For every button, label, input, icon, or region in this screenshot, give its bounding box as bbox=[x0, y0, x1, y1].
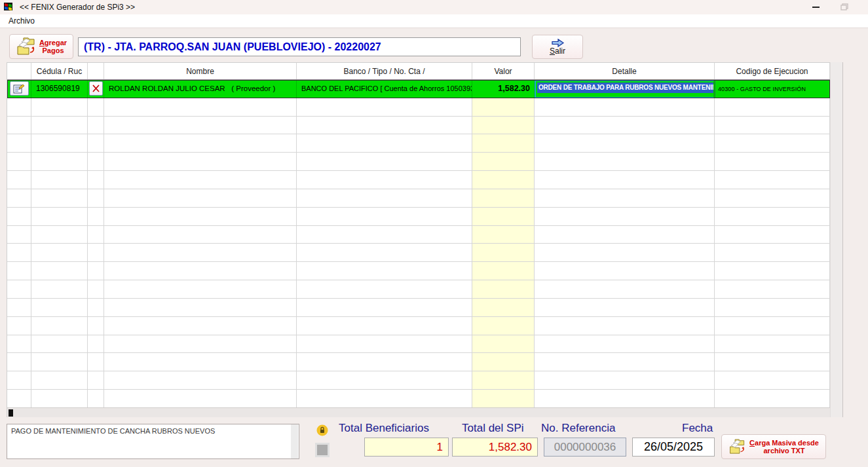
header-valor: Valor bbox=[472, 63, 535, 79]
header-icon-col bbox=[7, 63, 31, 79]
header-cedula: Cédula / Ruc bbox=[31, 63, 88, 79]
fecha-label: Fecha bbox=[682, 422, 713, 435]
carga-masiva-label: Carga Masiva desde archivo TXT bbox=[749, 439, 819, 455]
app-window: << FENIX Generador de SPi3 >> Archivo Ag… bbox=[0, 0, 868, 467]
agregar-pagos-button[interactable]: Agregar Pagos bbox=[9, 34, 73, 59]
empty-table-row bbox=[7, 226, 830, 244]
empty-table-row bbox=[7, 262, 830, 280]
vertical-scrollbar[interactable] bbox=[830, 62, 843, 417]
row-codigo: 40300 - GASTO DE INVERSIÓN bbox=[715, 86, 806, 92]
restore-icon bbox=[840, 3, 849, 11]
lock-icon bbox=[316, 424, 328, 436]
delete-row-button[interactable] bbox=[89, 81, 103, 96]
horizontal-scrollbar-thumb[interactable] bbox=[9, 409, 13, 417]
edit-form-icon bbox=[13, 83, 25, 94]
entity-input[interactable]: (TR) - JTA. PARROQ.SAN JUAN (PUEBLOVIEJO… bbox=[78, 37, 521, 56]
payment-row-selected: 1306590819 ROLDAN ROLDAN JULIO CESAR ( P… bbox=[7, 80, 830, 98]
folders-icon bbox=[728, 438, 746, 455]
empty-table-row bbox=[7, 134, 830, 153]
empty-table-row bbox=[7, 317, 830, 335]
row-detalle: ORDEN DE TRABAJO PARA RUBROS NUEVOS MANT… bbox=[537, 83, 715, 93]
empty-table-row bbox=[7, 371, 830, 390]
referencia-label: No. Referencia bbox=[541, 422, 615, 435]
empty-table-row bbox=[7, 208, 830, 226]
header-codigo: Codigo de Ejecucion bbox=[715, 63, 830, 79]
carga-masiva-button[interactable]: Carga Masiva desde archivo TXT bbox=[721, 434, 826, 459]
empty-table-row bbox=[7, 353, 830, 371]
row-banco: BANCO DEL PACIFICO [ Cuenta de Ahorros 1… bbox=[297, 84, 472, 92]
footer-panel: PAGO DE MANTENIMIENTO DE CANCHA RUBROS N… bbox=[0, 417, 868, 467]
referencia-field: 0000000036 bbox=[544, 438, 626, 457]
empty-table-row bbox=[7, 189, 830, 208]
total-beneficiarios-field[interactable]: 1 bbox=[364, 438, 449, 457]
empty-table-row bbox=[7, 335, 830, 354]
table-body: 1306590819 ROLDAN ROLDAN JULIO CESAR ( P… bbox=[7, 80, 830, 408]
descripcion-scrollbar[interactable] bbox=[291, 424, 298, 458]
total-spi-field[interactable]: 1,582.30 bbox=[452, 438, 538, 457]
empty-table-row bbox=[7, 390, 830, 408]
salir-label: Salir bbox=[550, 47, 565, 56]
edit-row-button[interactable] bbox=[10, 81, 29, 96]
restore-button[interactable] bbox=[830, 0, 859, 14]
header-banco: Banco / Tipo / No. Cta / bbox=[297, 63, 472, 79]
menu-item-archivo[interactable]: Archivo bbox=[6, 15, 37, 27]
empty-table-row bbox=[7, 299, 830, 317]
row-valor: 1,582.30 bbox=[472, 84, 534, 93]
row-detalle-cell[interactable]: ORDEN DE TRABAJO PARA RUBROS NUEVOS MANT… bbox=[535, 80, 715, 98]
horizontal-scrollbar[interactable] bbox=[7, 407, 830, 417]
table-header: Cédula / Ruc Nombre Banco / Tipo / No. C… bbox=[7, 63, 830, 80]
salir-button[interactable]: Salir bbox=[532, 35, 583, 59]
menu-bar: Archivo bbox=[0, 14, 868, 28]
window-title: << FENIX Generador de SPi3 >> bbox=[20, 3, 135, 12]
empty-table-row bbox=[7, 280, 830, 299]
minimize-button[interactable] bbox=[801, 0, 830, 14]
title-bar: << FENIX Generador de SPi3 >> bbox=[0, 0, 868, 14]
empty-table-row bbox=[7, 117, 830, 135]
header-delete-col bbox=[88, 63, 104, 79]
empty-table-row bbox=[7, 244, 830, 262]
row-cedula: 1306590819 bbox=[31, 84, 80, 93]
lock-toggle[interactable] bbox=[316, 424, 328, 436]
empty-table-row bbox=[7, 153, 830, 171]
header-nombre: Nombre bbox=[104, 63, 297, 79]
gray-square-button[interactable] bbox=[315, 443, 330, 457]
empty-table-row bbox=[7, 98, 830, 117]
agregar-pagos-label: Agregar Pagos bbox=[39, 39, 67, 54]
app-icon bbox=[4, 3, 14, 12]
descripcion-textarea[interactable]: PAGO DE MANTENIMIENTO DE CANCHA RUBROS N… bbox=[7, 424, 299, 459]
row-nombre: ROLDAN ROLDAN JULIO CESAR ( Proveedor ) bbox=[104, 84, 275, 92]
total-spi-label: Total del SPi bbox=[462, 422, 524, 435]
payments-table: Cédula / Ruc Nombre Banco / Tipo / No. C… bbox=[7, 62, 830, 417]
header-detalle: Detalle bbox=[535, 63, 715, 79]
empty-table-row bbox=[7, 171, 830, 189]
delete-x-icon bbox=[92, 84, 100, 92]
toolbar: Agregar Pagos (TR) - JTA. PARROQ.SAN JUA… bbox=[0, 28, 868, 62]
folders-icon bbox=[16, 37, 37, 56]
fecha-field[interactable]: 26/05/2025 bbox=[632, 438, 715, 457]
total-beneficiarios-label: Total Beneficiarios bbox=[339, 422, 429, 435]
